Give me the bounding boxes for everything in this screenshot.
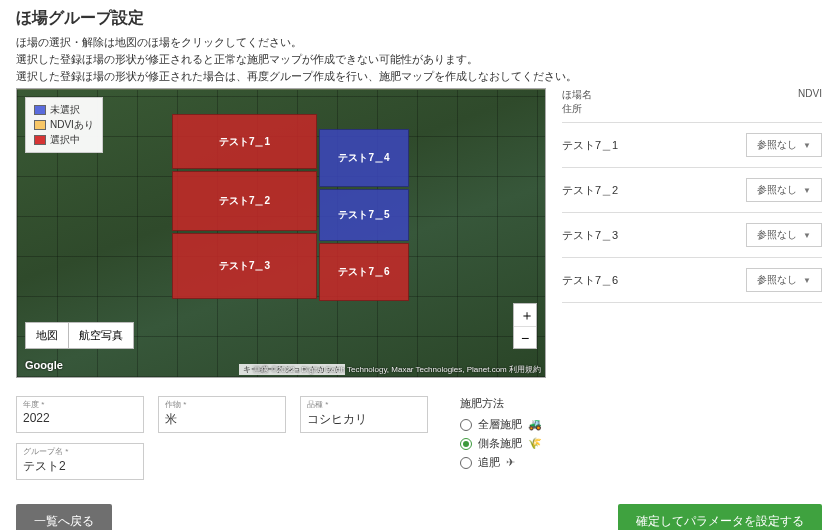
- list-item: テスト7＿2参照なし▼: [562, 168, 822, 213]
- spread-option-label: 追肥: [478, 455, 500, 470]
- list-head-ndvi: NDVI: [798, 88, 822, 116]
- spread-option-label: 全層施肥: [478, 417, 522, 432]
- map-attribution: 画像 ©2022 , Digital Earth Technology, Max…: [253, 364, 541, 375]
- spreading-method: 施肥方法 全層施肥🚜側条施肥🌾追肥✈: [460, 396, 542, 480]
- variety-field[interactable]: 品種 * コシヒカリ: [300, 396, 428, 433]
- map-view-button[interactable]: 地図: [25, 322, 69, 349]
- list-head-name: ほ場名 住所: [562, 88, 592, 116]
- field-name: テスト7＿2: [562, 183, 618, 198]
- hint-text: ほ場の選択・解除は地図のほ場をクリックしてください。 選択した登録ほ場の形状が修…: [16, 35, 822, 84]
- map-field[interactable]: テスト7＿1: [172, 114, 317, 169]
- field-name: テスト7＿1: [562, 138, 618, 153]
- list-item: テスト7＿3参照なし▼: [562, 213, 822, 258]
- group-form: 年度 * 2022 作物 * 米 品種 * コシヒカリ グループ名 * テスト2: [16, 396, 428, 480]
- field-list-panel: ほ場名 住所 NDVI テスト7＿1参照なし▼テスト7＿2参照なし▼テスト7＿3…: [562, 88, 822, 378]
- spreading-title: 施肥方法: [460, 396, 542, 411]
- map-field[interactable]: テスト7＿3: [172, 233, 317, 299]
- group-name-field[interactable]: グループ名 * テスト2: [16, 443, 144, 480]
- method-icon: 🌾: [528, 437, 542, 450]
- year-field[interactable]: 年度 * 2022: [16, 396, 144, 433]
- radio-icon: [460, 419, 472, 431]
- list-item: テスト7＿1参照なし▼: [562, 122, 822, 168]
- zoom-in-button[interactable]: ＋: [514, 304, 536, 326]
- map-field[interactable]: テスト7＿5: [319, 189, 409, 241]
- radio-icon: [460, 438, 472, 450]
- map-field[interactable]: テスト7＿2: [172, 171, 317, 231]
- legend-swatch-unselected: [34, 105, 46, 115]
- spread-option[interactable]: 追肥✈: [460, 453, 542, 472]
- google-logo: Google: [25, 359, 63, 371]
- ndvi-reference-select[interactable]: 参照なし▼: [746, 178, 822, 202]
- zoom-control[interactable]: ＋ −: [513, 303, 537, 349]
- radio-icon: [460, 457, 472, 469]
- ndvi-reference-select[interactable]: 参照なし▼: [746, 133, 822, 157]
- zoom-out-button[interactable]: −: [514, 326, 536, 348]
- ndvi-reference-select[interactable]: 参照なし▼: [746, 223, 822, 247]
- legend-swatch-ndvi: [34, 120, 46, 130]
- map-field[interactable]: テスト7＿4: [319, 129, 409, 187]
- chevron-down-icon: ▼: [803, 141, 811, 150]
- spread-option[interactable]: 側条施肥🌾: [460, 434, 542, 453]
- map-type-switch[interactable]: 地図 航空写真: [25, 322, 134, 349]
- spread-option-label: 側条施肥: [478, 436, 522, 451]
- map-legend: 未選択 NDVIあり 選択中: [25, 97, 103, 153]
- method-icon: ✈: [506, 456, 515, 469]
- legend-swatch-selected: [34, 135, 46, 145]
- satellite-view-button[interactable]: 航空写真: [69, 322, 134, 349]
- confirm-button[interactable]: 確定してパラメータを設定する: [618, 504, 822, 530]
- ndvi-reference-select[interactable]: 参照なし▼: [746, 268, 822, 292]
- list-item: テスト7＿6参照なし▼: [562, 258, 822, 303]
- spread-option[interactable]: 全層施肥🚜: [460, 415, 542, 434]
- chevron-down-icon: ▼: [803, 186, 811, 195]
- field-map[interactable]: 未選択 NDVIあり 選択中 テスト7＿1テスト7＿2テスト7＿3テスト7＿4テ…: [16, 88, 546, 378]
- chevron-down-icon: ▼: [803, 276, 811, 285]
- field-name: テスト7＿6: [562, 273, 618, 288]
- chevron-down-icon: ▼: [803, 231, 811, 240]
- crop-field[interactable]: 作物 * 米: [158, 396, 286, 433]
- map-field[interactable]: テスト7＿6: [319, 243, 409, 301]
- back-button[interactable]: 一覧へ戻る: [16, 504, 112, 530]
- page-title: ほ場グループ設定: [16, 8, 822, 29]
- field-name: テスト7＿3: [562, 228, 618, 243]
- method-icon: 🚜: [528, 418, 542, 431]
